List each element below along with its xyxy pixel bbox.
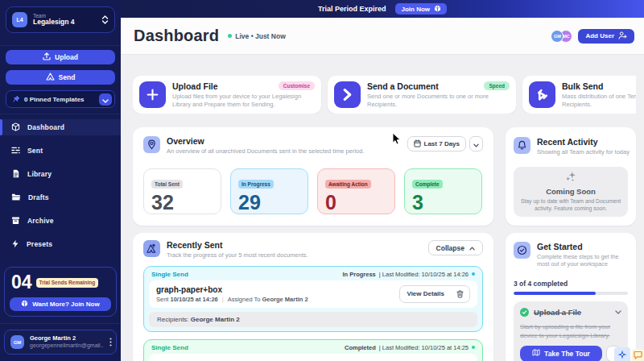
- upload-file-card[interactable]: Upload File Upload files from your devic…: [133, 76, 321, 114]
- calendar-icon: [414, 139, 421, 149]
- sidebar-item-label: Presets: [27, 240, 52, 248]
- send-button[interactable]: Send: [6, 70, 115, 85]
- sent-icon: [11, 143, 20, 158]
- upload-button[interactable]: Upload: [6, 50, 115, 64]
- stat-awaiting-action: Awaiting Action 0: [317, 168, 395, 214]
- live-status-label: Live • Just Now: [235, 32, 286, 40]
- sidebar-item-archive[interactable]: Archive: [0, 213, 121, 229]
- send-document-card[interactable]: Send a Document Send one or more Documen…: [328, 76, 516, 114]
- stat-total-sent: Total Sent 32: [143, 168, 221, 214]
- team-avatars: GM MC: [551, 30, 572, 43]
- stat-label: Complete: [412, 180, 443, 189]
- check-circle-icon: [514, 242, 530, 259]
- chevron-up-down-icon: [101, 13, 109, 27]
- page-header: Dashboard Live • Just Now GM MC Add User: [121, 18, 644, 55]
- banner-join-now-button[interactable]: Join Now: [395, 3, 447, 15]
- bulk-send-card[interactable]: Bulk Send Mass distribution of one Templ…: [522, 76, 636, 114]
- upload-step-card: Upload a File Start by uploading a file …: [514, 301, 628, 361]
- archive-icon: [11, 214, 20, 228]
- send-icon: [46, 73, 55, 82]
- sidebar-item-drafts[interactable]: Drafts: [0, 189, 121, 205]
- page-title: Dashboard: [134, 27, 219, 45]
- recently-sent-subtitle: Track the progress of your 5 most recent…: [167, 251, 308, 259]
- sparkle-icon: [617, 350, 627, 359]
- join-now-label: Want More? Join Now: [32, 301, 99, 308]
- quick-actions-row: Upload File Upload files from your devic…: [133, 76, 636, 114]
- check-icon: [520, 308, 529, 317]
- overview-title: Overview: [167, 136, 365, 147]
- user-card[interactable]: GM George Martin 2 georgepennellmartin@g…: [4, 330, 117, 355]
- document-meta: Sent 10/10/25 at 14:26 | Assigned To Geo…: [156, 296, 308, 303]
- date-range-label: Last 7 Days: [424, 140, 460, 147]
- stat-in-progress: In Progress 29: [230, 168, 308, 214]
- recent-activity-panel: Recent Activity Showing all Team activit…: [506, 127, 636, 226]
- plus-icon: [139, 81, 166, 108]
- chevron-down-icon: [473, 138, 479, 150]
- sidebar-item-sent[interactable]: Sent: [0, 143, 121, 159]
- recently-sent-panel: Recently Sent Track the progress of your…: [133, 233, 493, 361]
- sidebar-item-library[interactable]: Library: [0, 166, 121, 182]
- progress-bar-fill: [514, 292, 596, 295]
- join-now-button[interactable]: Want More? Join Now: [10, 297, 111, 311]
- dashboard-icon: [11, 120, 20, 135]
- map-icon: [532, 349, 540, 358]
- sent-item-completed: Single Send Completed | Last Modified: 1…: [143, 339, 483, 361]
- sent-item-type: Single Send: [151, 344, 188, 351]
- coming-soon-text: Stay up to date with Team and Document a…: [520, 197, 621, 212]
- status-dot: [472, 346, 475, 349]
- sidebar-item-presets[interactable]: Presets: [0, 236, 121, 252]
- trial-sends-card: 04 Trial Sends Remaining Want More? Join…: [4, 267, 117, 317]
- pinned-chevron-button[interactable]: [99, 93, 112, 106]
- sidebar-divider: [0, 323, 121, 324]
- sidebar-item-dashboard[interactable]: Dashboard: [0, 119, 121, 135]
- user-avatar: GM: [10, 335, 24, 349]
- user-name: George Martin 2: [30, 334, 104, 342]
- gem-icon: [434, 5, 441, 14]
- trial-badge: Trial Sends Remaining: [36, 278, 99, 288]
- assistant-widget[interactable]: [614, 347, 630, 361]
- main-area: Trial Period Expired Join Now Dashboard …: [121, 0, 644, 361]
- chat-widget[interactable]: [632, 349, 644, 361]
- live-status: Live • Just Now: [228, 32, 286, 40]
- sent-item-status: In Progress | Last Modified: 10/10/25 at…: [343, 271, 475, 278]
- stat-value: 32: [151, 193, 213, 213]
- date-range-button[interactable]: Last 7 Days: [407, 136, 466, 151]
- overview-panel: Overview An overview of all unarchived D…: [133, 127, 493, 226]
- document-title: graph-paper+box: [156, 285, 308, 294]
- avatar[interactable]: GM: [551, 30, 564, 43]
- gem-icon: [21, 300, 28, 309]
- card-title: Bulk Send: [562, 81, 636, 91]
- send-button-label: Send: [59, 73, 76, 81]
- kebab-menu-icon[interactable]: [109, 338, 112, 346]
- add-user-button[interactable]: Add User: [578, 29, 634, 44]
- sent-item-in-progress: Single Send In Progress | Last Modified:…: [143, 266, 483, 332]
- status-dot: [472, 272, 475, 276]
- document-card: [149, 354, 477, 361]
- coming-soon-title: Coming Soon: [546, 187, 596, 196]
- stat-label: In Progress: [238, 180, 274, 189]
- collapse-label: Collapse: [436, 244, 464, 252]
- presets-icon: [11, 237, 19, 251]
- document-actions: View Details: [399, 285, 470, 303]
- collapse-button[interactable]: Collapse: [428, 240, 483, 255]
- sidebar-item-label: Drafts: [28, 193, 49, 201]
- step-text: Start by uploading a file from your devi…: [520, 322, 621, 341]
- trash-icon[interactable]: [451, 286, 469, 302]
- stat-value: 29: [238, 193, 300, 213]
- chevron-up-icon: [469, 244, 475, 252]
- sent-item-status: Completed | Last Modified: 10/10/25 at 1…: [345, 344, 475, 351]
- date-range-chevron-button[interactable]: [469, 136, 483, 151]
- take-tour-button[interactable]: Take The Tour: [520, 346, 602, 361]
- team-selector[interactable]: L4 Team Legalesign 4: [6, 6, 115, 33]
- chevron-down-icon: [102, 93, 109, 106]
- pinned-templates[interactable]: 0 Pinned Templates: [6, 90, 115, 108]
- get-started-subtitle: Complete these steps to get the most out…: [537, 253, 628, 268]
- document-card: graph-paper+box Sent 10/10/25 at 14:26 |…: [149, 280, 477, 308]
- card-description: Send one or more Documents to one or mor…: [367, 93, 510, 109]
- map-pin-icon: [143, 136, 160, 153]
- upload-step-header[interactable]: Upload a File: [520, 308, 621, 317]
- send-up-icon: [143, 240, 160, 257]
- status-label: Completed: [345, 344, 376, 351]
- view-details-button[interactable]: View Details: [400, 286, 451, 302]
- last-modified-label: | Last Modified: 10/10/25 at 14:26: [379, 271, 469, 278]
